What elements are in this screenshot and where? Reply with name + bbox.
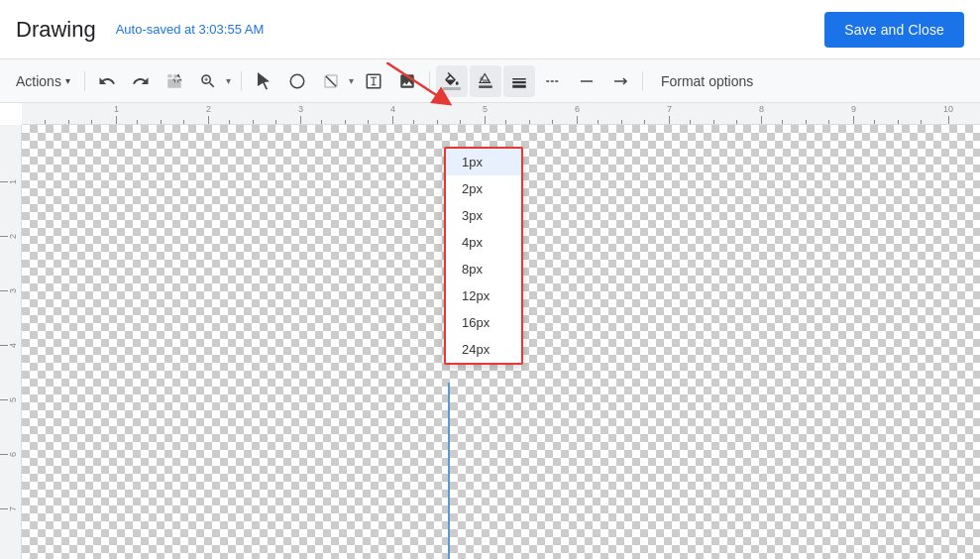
svg-rect-4 — [479, 86, 492, 88]
undo-icon — [98, 72, 116, 90]
select-icon — [255, 72, 272, 90]
zoom-icon — [199, 72, 217, 90]
ruler-h-tick — [460, 120, 461, 124]
ruler-h-tick — [505, 120, 506, 124]
line-end-button[interactable] — [604, 65, 636, 97]
header-left: Drawing Auto-saved at 3:03:55 AM — [16, 17, 264, 43]
ruler-h-tick — [45, 120, 46, 124]
ruler-h-tick — [368, 120, 369, 124]
line-start-icon — [578, 72, 596, 90]
ruler-h-tick — [183, 120, 184, 124]
border-weight-option-4[interactable]: 4px — [446, 229, 521, 256]
actions-menu-button[interactable]: Actions ▾ — [8, 65, 78, 97]
copy-formatting-button[interactable] — [159, 65, 190, 97]
ruler-h-mark-4: 4 — [390, 104, 395, 124]
border-dash-icon — [544, 72, 562, 90]
app-title: Drawing — [16, 17, 96, 43]
ruler-h-tick — [529, 120, 530, 124]
shapes-button[interactable] — [281, 65, 313, 97]
ruler-h-mark-6: 6 — [575, 104, 580, 124]
border-weight-icon — [510, 72, 528, 90]
autosave-status: Auto-saved at 3:03:55 AM — [116, 22, 265, 37]
border-weight-option-1[interactable]: 1px — [446, 149, 521, 175]
ruler-h-mark-1: 1 — [114, 104, 119, 124]
zoom-button[interactable] — [192, 65, 224, 97]
ruler-h-tick — [921, 120, 922, 124]
image-button[interactable] — [391, 65, 423, 97]
border-dash-button[interactable] — [537, 65, 569, 97]
ruler-top: 12345678910 — [22, 103, 980, 125]
ruler-v-mark-7: 7 — [0, 506, 18, 511]
ruler-v-mark-5: 5 — [0, 397, 18, 402]
toolbar-separator-2 — [241, 71, 242, 91]
border-weight-option-8[interactable]: 8px — [446, 256, 521, 282]
ruler-h-tick — [828, 120, 829, 124]
save-and-close-button[interactable]: Save and Close — [824, 12, 964, 48]
ruler-v-mark-1: 1 — [0, 179, 18, 184]
redo-button[interactable] — [125, 65, 157, 97]
ruler-h-tick — [275, 120, 276, 124]
ruler-h-tick — [874, 120, 875, 124]
ruler-h-tick — [345, 120, 346, 124]
border-weight-option-24[interactable]: 24px — [446, 336, 521, 363]
text-box-icon — [365, 72, 382, 90]
ruler-h-tick — [437, 120, 438, 124]
ruler-h-tick — [621, 120, 622, 124]
ruler-h-tick — [806, 120, 807, 124]
undo-button[interactable] — [91, 65, 123, 97]
toolbar: Actions ▾ ▾ — [0, 59, 980, 103]
border-weight-option-16[interactable]: 16px — [446, 309, 521, 336]
ruler-h-tick — [713, 120, 714, 124]
ruler-h-mark-8: 8 — [759, 104, 764, 124]
svg-point-2 — [290, 74, 304, 88]
line-end-icon — [611, 72, 629, 90]
paint-bucket-button[interactable] — [436, 65, 468, 97]
ruler-h-tick — [413, 120, 414, 124]
redo-icon — [132, 72, 150, 90]
format-options-button[interactable]: Format options — [649, 65, 765, 97]
copy-formatting-icon — [165, 72, 183, 90]
toolbar-separator-1 — [84, 71, 85, 91]
canvas-line — [448, 383, 450, 559]
ruler-v-mark-2: 2 — [0, 234, 18, 239]
ruler-h-mark-7: 7 — [667, 104, 672, 124]
zoom-chevron: ▾ — [226, 75, 231, 86]
actions-label: Actions — [16, 73, 61, 89]
ruler-h-tick — [898, 120, 899, 124]
ruler-left: 12345678 — [0, 125, 22, 559]
ruler-h-mark-10: 10 — [943, 104, 953, 124]
paint-bucket-icon — [443, 72, 461, 90]
ruler-h-tick — [137, 120, 138, 124]
ruler-h-mark-2: 2 — [206, 104, 211, 124]
ruler-h-tick — [229, 120, 230, 124]
ruler-h-tick — [552, 120, 553, 124]
toolbar-separator-4 — [642, 71, 643, 91]
ruler-h-tick — [68, 120, 69, 124]
ruler-v-mark-4: 4 — [0, 343, 18, 348]
ruler-h-tick — [321, 120, 322, 124]
line-start-button[interactable] — [571, 65, 602, 97]
line-chevron: ▾ — [349, 75, 354, 86]
image-icon — [398, 72, 416, 90]
line-tool-button[interactable] — [315, 65, 347, 97]
actions-chevron-icon: ▾ — [65, 75, 70, 86]
border-color-button[interactable] — [470, 65, 501, 97]
ruler-h-mark-9: 9 — [851, 104, 856, 124]
ruler-v-mark-3: 3 — [0, 288, 18, 293]
text-box-button[interactable] — [358, 65, 389, 97]
header: Drawing Auto-saved at 3:03:55 AM Save an… — [0, 0, 980, 59]
border-weight-option-12[interactable]: 12px — [446, 282, 521, 309]
ruler-h-mark-3: 3 — [298, 104, 303, 124]
border-weight-button[interactable] — [503, 65, 535, 97]
canvas-area: 12345678910 12345678 1px2px3px4px8px12px… — [0, 103, 980, 559]
ruler-h-tick — [598, 120, 599, 124]
ruler-v-mark-6: 6 — [0, 452, 18, 457]
select-button[interactable] — [248, 65, 279, 97]
ruler-h-tick — [736, 120, 737, 124]
border-weight-option-3[interactable]: 3px — [446, 202, 521, 229]
ruler-h-tick — [782, 120, 783, 124]
toolbar-separator-3 — [429, 71, 430, 91]
border-weight-option-2[interactable]: 2px — [446, 175, 521, 202]
ruler-h-tick — [91, 120, 92, 124]
line-tool-icon — [322, 72, 340, 90]
